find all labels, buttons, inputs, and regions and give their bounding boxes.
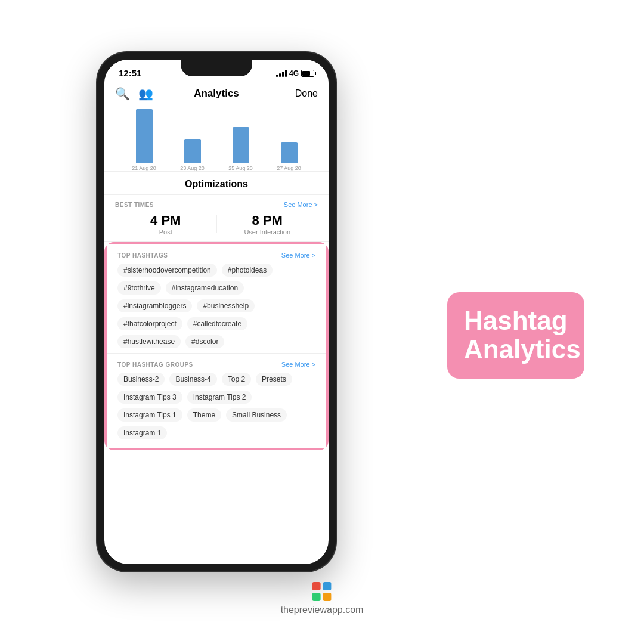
optimizations-section: Optimizations <box>104 172 329 195</box>
group-chip-2[interactable]: Business-4 <box>169 373 216 386</box>
status-time: 12:51 <box>119 68 141 78</box>
group-chip-9[interactable]: Small Business <box>226 408 287 422</box>
top-groups-see-more[interactable]: See More > <box>281 361 315 368</box>
time-desc-1: Post <box>115 228 216 236</box>
signal-bar-2 <box>279 73 281 77</box>
group-chip-1[interactable]: Business-2 <box>117 373 165 386</box>
battery-fill <box>302 71 310 76</box>
group-chip-4[interactable]: Presets <box>256 373 292 386</box>
top-hashtag-groups-section: TOP HASHTAG GROUPS See More > Business-2… <box>107 353 326 448</box>
phone-notch <box>181 60 252 76</box>
hashtag-chip-1[interactable]: #sisterhoodovercompetition <box>117 264 217 277</box>
signal-bar-1 <box>276 75 278 77</box>
nav-title: Analytics <box>194 88 239 100</box>
bottom-logo: thepreviewapp.com <box>281 582 364 615</box>
top-hashtags-label: TOP HASHTAGS <box>117 252 168 259</box>
top-hashtags-see-more[interactable]: See More > <box>281 252 315 259</box>
chart-col-4: 27 Aug 20 <box>265 142 313 171</box>
hashtag-label-line1: Hashtag <box>464 306 568 335</box>
search-icon[interactable]: 🔍 <box>115 86 130 101</box>
times-row: 4 PM Post 8 PM User Interaction <box>115 213 318 236</box>
best-times-see-more[interactable]: See More > <box>284 201 318 208</box>
svg-rect-3 <box>323 593 332 601</box>
signal-bar-4 <box>285 70 287 77</box>
signal-bars-icon <box>276 70 287 77</box>
chart-label-1: 21 Aug 20 <box>132 165 156 171</box>
svg-rect-1 <box>323 582 332 590</box>
phone-frame: 12:51 4G 🔍 👥 An <box>97 52 336 571</box>
optimizations-title: Optimizations <box>185 179 248 189</box>
chart-bars: 21 Aug 20 23 Aug 20 25 Aug 20 27 Aug 20 <box>114 112 319 171</box>
best-times-section: BEST TIMES See More > 4 PM Post 8 PM Use… <box>104 195 329 242</box>
nav-bar: 🔍 👥 Analytics Done <box>104 83 329 107</box>
phone-inner: 12:51 4G 🔍 👥 An <box>104 60 329 564</box>
group-chip-7[interactable]: Instagram Tips 1 <box>117 408 182 422</box>
chart-bar-1 <box>136 109 153 163</box>
hashtag-chip-8[interactable]: #calledtocreate <box>187 317 247 330</box>
top-hashtags-section: TOP HASHTAGS See More > #sisterhoodoverc… <box>107 244 326 353</box>
chart-area: 21 Aug 20 23 Aug 20 25 Aug 20 27 Aug 20 <box>104 107 329 172</box>
time-item-2: 8 PM User Interaction <box>217 213 318 236</box>
time-item-1: 4 PM Post <box>115 213 216 236</box>
chart-label-4: 27 Aug 20 <box>277 165 301 171</box>
network-type: 4G <box>289 69 299 78</box>
top-groups-header: TOP HASHTAG GROUPS See More > <box>117 361 315 368</box>
hashtag-chip-10[interactable]: #dscolor <box>185 335 224 348</box>
chart-col-3: 25 Aug 20 <box>216 127 265 171</box>
svg-rect-2 <box>312 593 321 601</box>
svg-rect-0 <box>312 582 321 590</box>
hashtag-chip-3[interactable]: #9tothrive <box>117 281 161 295</box>
group-chip-3[interactable]: Top 2 <box>222 373 251 386</box>
chart-bar-3 <box>233 127 249 163</box>
top-groups-label: TOP HASHTAG GROUPS <box>117 361 193 368</box>
best-times-header: BEST TIMES See More > <box>115 201 318 208</box>
hashtag-chip-6[interactable]: #businesshelp <box>197 299 255 312</box>
best-times-label: BEST TIMES <box>115 202 154 208</box>
preview-app-logo-icon <box>312 582 332 601</box>
time-value-1: 4 PM <box>115 213 216 228</box>
chart-bar-2 <box>184 139 201 163</box>
chart-col-1: 21 Aug 20 <box>120 109 168 171</box>
chart-col-2: 23 Aug 20 <box>168 139 216 171</box>
page: 12:51 4G 🔍 👥 An <box>0 0 644 644</box>
hashtag-chip-7[interactable]: #thatcolorproject <box>117 317 182 330</box>
done-button[interactable]: Done <box>295 88 318 99</box>
hashtag-chip-9[interactable]: #hustlewithease <box>117 335 181 348</box>
people-icon[interactable]: 👥 <box>138 86 153 101</box>
logo-text: thepreviewapp.com <box>281 605 364 615</box>
battery-icon <box>301 70 314 77</box>
pink-highlight-box: TOP HASHTAGS See More > #sisterhoodoverc… <box>104 242 329 450</box>
status-right: 4G <box>276 69 314 78</box>
group-chip-10[interactable]: Instagram 1 <box>117 426 167 439</box>
chart-bar-4 <box>281 142 298 163</box>
hashtag-chip-4[interactable]: #instagrameducation <box>166 281 244 295</box>
hashtag-label-line2: Analytics <box>464 335 568 364</box>
top-hashtags-header: TOP HASHTAGS See More > <box>117 252 315 259</box>
hashtag-analytics-label: Hashtag Analytics <box>447 292 584 379</box>
chart-label-2: 23 Aug 20 <box>180 165 205 171</box>
group-chips: Business-2 Business-4 Top 2 Presets Inst… <box>117 373 315 439</box>
hashtag-chip-2[interactable]: #photoideas <box>222 264 273 277</box>
chart-label-3: 25 Aug 20 <box>228 165 253 171</box>
group-chip-8[interactable]: Theme <box>187 408 221 422</box>
group-chip-5[interactable]: Instagram Tips 3 <box>117 391 182 404</box>
signal-bar-3 <box>282 72 284 77</box>
hashtag-chip-5[interactable]: #instagrambloggers <box>117 299 192 312</box>
time-value-2: 8 PM <box>217 213 318 228</box>
group-chip-6[interactable]: Instagram Tips 2 <box>187 391 252 404</box>
time-desc-2: User Interaction <box>217 228 318 236</box>
hashtag-chips: #sisterhoodovercompetition #photoideas #… <box>117 264 315 348</box>
